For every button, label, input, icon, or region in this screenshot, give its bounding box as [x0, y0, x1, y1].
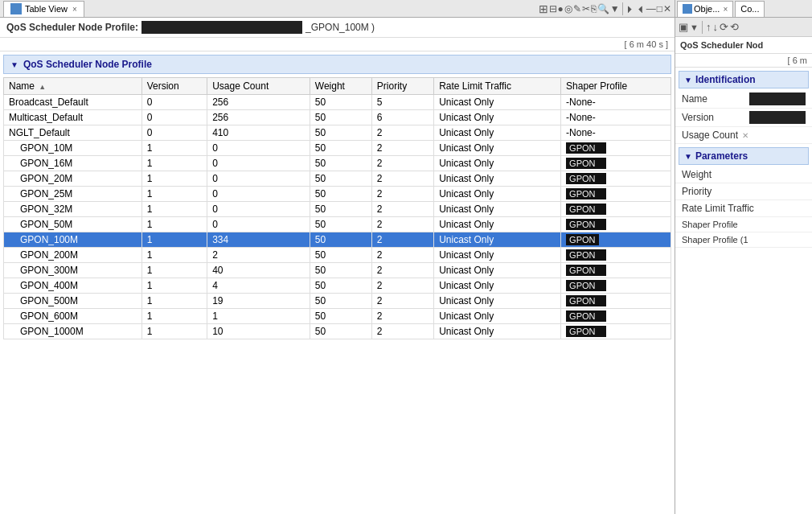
- col-header-priority[interactable]: Priority: [371, 78, 433, 95]
- right-tab-objects[interactable]: Obje... ×: [677, 1, 733, 17]
- toolbar-icon-10[interactable]: ⏵: [625, 3, 635, 14]
- right-toolbar-btn-3[interactable]: ↑: [706, 21, 712, 33]
- section-triangle-icon: ▼: [10, 60, 18, 69]
- cell-rate-limit: Unicast Only: [434, 278, 561, 294]
- cell-weight: 50: [310, 187, 371, 202]
- usage-count-x-icon[interactable]: ✕: [742, 131, 748, 140]
- cell-usage-count: 4: [207, 278, 310, 294]
- cell-shaper-profile: GPON: [561, 232, 671, 248]
- table-row[interactable]: GPON_50M10502Unicast OnlyGPON: [4, 217, 671, 232]
- tab-close-button[interactable]: ×: [72, 5, 77, 14]
- right-profile-label: QoS Scheduler Nod: [680, 40, 763, 50]
- right-toolbar-btn-6[interactable]: ⟲: [730, 21, 739, 33]
- cell-version: 1: [141, 217, 207, 232]
- right-toolbar-sep: [702, 21, 703, 34]
- toolbar-icon-6[interactable]: ✂: [582, 3, 590, 14]
- cell-priority: 5: [371, 95, 433, 110]
- table-view-tab[interactable]: Table View ×: [3, 1, 84, 17]
- cell-name: GPON_100M: [4, 232, 142, 248]
- col-header-weight[interactable]: Weight: [310, 78, 371, 95]
- table-row[interactable]: GPON_20M10502Unicast OnlyGPON: [4, 171, 671, 187]
- cell-name: GPON_50M: [4, 217, 142, 232]
- right-tab-close-1[interactable]: ×: [723, 5, 728, 14]
- cell-priority: 2: [371, 156, 433, 171]
- table-header-row: Name ▲ Version Usage Count Weight Priori…: [4, 78, 671, 95]
- cell-name: GPON_400M: [4, 278, 142, 294]
- toolbar-icon-8[interactable]: 🔍: [597, 3, 609, 14]
- cell-priority: 2: [371, 309, 433, 324]
- cell-usage-count: 19: [207, 294, 310, 309]
- toolbar-icon-3[interactable]: ●: [558, 3, 564, 14]
- right-tab-label-2: Co...: [740, 4, 759, 14]
- col-header-usage-count[interactable]: Usage Count: [207, 78, 310, 95]
- toolbar-icon-11[interactable]: ⏴: [636, 3, 646, 14]
- table-row[interactable]: GPON_200M12502Unicast OnlyGPON: [4, 248, 671, 263]
- col-header-rate-limit[interactable]: Rate Limit Traffic: [434, 78, 561, 95]
- right-toolbar-btn-5[interactable]: ⟳: [720, 21, 728, 33]
- toolbar-icon-7[interactable]: ⎘: [591, 3, 597, 14]
- right-param-weight: Weight: [675, 167, 812, 183]
- cell-priority: 2: [371, 248, 433, 263]
- toolbar-icon-2[interactable]: ⊟: [549, 3, 557, 14]
- table-row[interactable]: GPON_300M140502Unicast OnlyGPON: [4, 263, 671, 278]
- cell-rate-limit: Unicast Only: [434, 202, 561, 217]
- cell-priority: 2: [371, 263, 433, 278]
- right-toolbar-btn-1[interactable]: ▣: [679, 21, 688, 33]
- toolbar-icon-4[interactable]: ◎: [564, 3, 572, 14]
- cell-name: GPON_20M: [4, 171, 142, 187]
- cell-weight: 50: [310, 156, 371, 171]
- cell-rate-limit: Unicast Only: [434, 248, 561, 263]
- right-tab-co[interactable]: Co...: [735, 1, 765, 17]
- col-header-version[interactable]: Version: [141, 78, 207, 95]
- cell-version: 1: [141, 294, 207, 309]
- toolbar-icon-5[interactable]: ✎: [573, 3, 581, 14]
- right-parameters-header: ▼ Parameters: [679, 147, 809, 165]
- cell-shaper-profile: GPON: [561, 278, 671, 294]
- table-row[interactable]: GPON_10M10502Unicast OnlyGPON: [4, 141, 671, 156]
- toolbar-icon-12[interactable]: —: [646, 3, 656, 14]
- toolbar-separator: [622, 2, 623, 15]
- toolbar-icon-9[interactable]: ▼: [610, 3, 620, 14]
- cell-name: GPON_1000M: [4, 324, 142, 339]
- table-wrapper[interactable]: Name ▲ Version Usage Count Weight Priori…: [3, 77, 671, 511]
- cell-priority: 2: [371, 217, 433, 232]
- table-row[interactable]: GPON_500M119502Unicast OnlyGPON: [4, 294, 671, 309]
- cell-version: 1: [141, 278, 207, 294]
- table-row[interactable]: Multicast_Default0256506Unicast Only-Non…: [4, 110, 671, 125]
- right-toolbar-btn-4[interactable]: ↓: [712, 21, 718, 33]
- table-row[interactable]: GPON_1000M110502Unicast OnlyGPON: [4, 324, 671, 339]
- cell-shaper-profile: GPON: [561, 248, 671, 263]
- right-timestamp-value: [ 6 m: [788, 56, 807, 65]
- toolbar-icon-1[interactable]: ⊞: [539, 2, 548, 15]
- cell-version: 1: [141, 309, 207, 324]
- table-row[interactable]: Broadcast_Default0256505Unicast Only-Non…: [4, 95, 671, 110]
- table-row[interactable]: GPON_400M14502Unicast OnlyGPON: [4, 278, 671, 294]
- table-row[interactable]: GPON_25M10502Unicast OnlyGPON: [4, 187, 671, 202]
- table-row[interactable]: GPON_100M1334502Unicast OnlyGPON: [4, 232, 671, 248]
- table-row[interactable]: GPON_16M10502Unicast OnlyGPON: [4, 156, 671, 171]
- cell-weight: 50: [310, 232, 371, 248]
- col-header-shaper-profile[interactable]: Shaper Profile: [561, 78, 671, 95]
- table-row[interactable]: NGLT_Default0410502Unicast Only-None-: [4, 125, 671, 141]
- toolbar-icon-14[interactable]: ✕: [663, 3, 671, 14]
- cell-usage-count: 0: [207, 141, 310, 156]
- cell-rate-limit: Unicast Only: [434, 95, 561, 110]
- right-shaper-profile-label: Shaper Profile: [682, 220, 806, 229]
- cell-version: 0: [141, 125, 207, 141]
- cell-shaper-profile: GPON: [561, 294, 671, 309]
- right-priority-label: Priority: [682, 186, 806, 197]
- tab-bar: Table View × ⊞ ⊟ ● ◎ ✎ ✂ ⎘ 🔍 ▼ ⏵ ⏴ — □ ✕: [0, 0, 675, 18]
- cell-usage-count: 256: [207, 95, 310, 110]
- toolbar-icon-13[interactable]: □: [657, 3, 662, 14]
- right-profile-bar: QoS Scheduler Nod: [675, 37, 812, 54]
- cell-rate-limit: Unicast Only: [434, 294, 561, 309]
- cell-priority: 2: [371, 202, 433, 217]
- table-row[interactable]: GPON_600M11502Unicast OnlyGPON: [4, 309, 671, 324]
- table-row[interactable]: GPON_32M10502Unicast OnlyGPON: [4, 202, 671, 217]
- cell-priority: 2: [371, 187, 433, 202]
- cell-priority: 6: [371, 110, 433, 125]
- right-toolbar-btn-2[interactable]: ▼: [690, 23, 699, 32]
- cell-rate-limit: Unicast Only: [434, 324, 561, 339]
- cell-version: 1: [141, 171, 207, 187]
- col-header-name[interactable]: Name ▲: [4, 78, 142, 95]
